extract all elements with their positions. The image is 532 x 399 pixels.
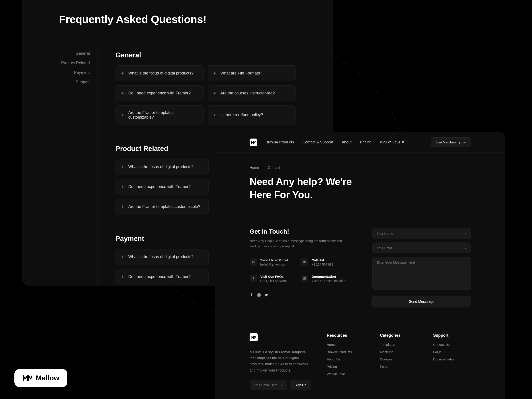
instagram-icon[interactable] <box>257 293 261 297</box>
faq-item-text: Are the Framer templates customizable? <box>128 110 198 120</box>
plus-icon: + <box>121 70 124 76</box>
faq-item-text: Do I need experience with Framer? <box>128 91 191 95</box>
faq-item[interactable]: +Do I need experience with Framer? <box>115 85 204 101</box>
footer-col-title: Resources <box>327 333 364 338</box>
footer-link[interactable]: About Us <box>327 357 364 361</box>
plus-icon: + <box>213 112 216 118</box>
email-input[interactable]: Your Email ▸ <box>372 242 471 253</box>
nav-browse[interactable]: Browse Products <box>266 140 294 145</box>
logo-icon <box>251 141 256 144</box>
name-input[interactable]: Your Name ▸ <box>372 228 471 239</box>
faq-item[interactable]: +Do I need experience with Framer? <box>115 269 209 285</box>
arrow-right-icon: → <box>463 140 466 144</box>
question-icon: ? <box>250 275 257 282</box>
hero-title: Need Any help? We'reHere For You. <box>250 175 471 201</box>
nav-contact[interactable]: Contact & Support <box>303 140 333 145</box>
footer-desc: Mellow is a stylish Framer Template that… <box>250 349 311 373</box>
faq-sidebar-general[interactable]: General <box>40 51 90 56</box>
socials <box>250 293 348 297</box>
faq-sidebar-support[interactable]: Support <box>40 80 90 84</box>
footer-email-placeholder: Your Email Here <box>253 383 278 387</box>
footer-link[interactable]: Fonts <box>380 365 418 368</box>
phone-icon: ✆ <box>301 258 308 266</box>
signup-button[interactable]: Sign Up <box>290 380 311 390</box>
contact-item-title: Call Us! <box>312 258 333 262</box>
nav-wall[interactable]: Wall of Love♥ <box>380 140 404 145</box>
send-button[interactable]: Send Messsage <box>372 296 471 307</box>
contact-screen: Browse Products Contact & Support About … <box>215 132 505 399</box>
faq-item[interactable]: +What are File Formats? <box>208 65 296 81</box>
footer-link[interactable]: Home <box>327 343 364 347</box>
join-button[interactable]: Join Membership→ <box>431 137 471 147</box>
mail-icon: ✉ <box>250 258 257 266</box>
footer-link[interactable]: Courses <box>380 357 418 361</box>
footer-link[interactable]: Pricing <box>327 365 364 368</box>
email-placeholder: Your Email <box>377 246 393 250</box>
faq-item[interactable]: +Is there a refund policy? <box>208 105 296 125</box>
mellow-logo-icon <box>22 375 32 381</box>
input-badge-icon: ▸ <box>465 246 467 250</box>
faq-item[interactable]: +Do I need experience with Framer? <box>115 179 209 195</box>
footer-link[interactable]: FAQs <box>433 350 471 354</box>
message-textarea[interactable]: Enter Your Message here! ⋰ <box>372 257 471 290</box>
footer-link[interactable]: Browse Products <box>327 350 364 354</box>
faq-item-text: What are File Formats? <box>220 71 262 76</box>
form-desc: Need Any Help? Send us a message using t… <box>250 238 348 249</box>
faq-item-text: What is the focus of digital products? <box>128 71 194 76</box>
contact-phone[interactable]: ✆ Call Us! +1 234 567 888 <box>301 258 348 266</box>
plus-icon: + <box>121 184 124 190</box>
contact-docs[interactable]: ▤ Documentation Visit Our Documentation! <box>301 275 348 283</box>
contact-item-sub: +1 234 567 888 <box>312 263 333 266</box>
faq-sidebar-product[interactable]: Product Related <box>40 61 90 65</box>
contact-email[interactable]: ✉ Send Us an Email hello@framerit.com <box>250 258 297 266</box>
nav-pricing[interactable]: Pricing <box>360 140 372 145</box>
footer-email-input[interactable]: Your Email Here ▸ <box>250 380 287 390</box>
navbar: Browse Products Contact & Support About … <box>215 132 505 152</box>
plus-icon: + <box>121 254 124 260</box>
faq-item[interactable]: +Are the Framer templates customizable? <box>115 105 204 125</box>
logo-icon <box>251 336 256 339</box>
faq-title: Frequently Asked Questions! <box>59 13 296 27</box>
footer-link[interactable]: Documentation <box>433 357 471 361</box>
contact-item-title: Documentation <box>312 275 346 279</box>
hero: Home → Contact Need Any help? We'reHere … <box>215 152 505 217</box>
plus-icon: + <box>213 70 216 76</box>
join-label: Join Membership <box>436 140 461 144</box>
faq-sidebar-payment[interactable]: Payment <box>40 70 90 75</box>
breadcrumb-home[interactable]: Home <box>250 166 259 170</box>
footer-logo[interactable] <box>250 333 258 341</box>
form-left: Get In Touch! Need Any Help? Send us a m… <box>250 228 348 307</box>
contact-faq[interactable]: ? Visit Our FAQs Get Quick Answers! <box>250 275 297 283</box>
heart-icon: ♥ <box>402 140 404 145</box>
nav-wall-label: Wall of Love <box>380 140 400 145</box>
footer-signup: Your Email Here ▸ Sign Up <box>250 380 311 390</box>
footer-link[interactable]: Wall of Love <box>327 372 364 376</box>
contact-item-sub: hello@framerit.com <box>260 263 288 266</box>
plus-icon: + <box>213 90 216 96</box>
faq-item[interactable]: +What is the focus of digital products? <box>115 159 209 175</box>
mellow-badge[interactable]: Mellow <box>14 369 67 387</box>
faq-item[interactable]: +Are the Framer templates customizable? <box>115 199 209 215</box>
plus-icon: + <box>121 112 124 118</box>
faq-item-text: What is the focus of digital products? <box>128 254 194 259</box>
footer-link[interactable]: Contact Us <box>433 343 471 347</box>
chevron-right-icon: → <box>262 166 265 170</box>
logo[interactable] <box>250 139 257 146</box>
faq-item-text: Are the Framer templates customizable? <box>128 204 200 209</box>
facebook-icon[interactable] <box>250 293 253 297</box>
resize-handle-icon[interactable]: ⋰ <box>467 285 469 288</box>
faq-item[interactable]: +What is the focus of digital products? <box>115 65 204 81</box>
mellow-badge-text: Mellow <box>36 374 59 382</box>
form-title: Get In Touch! <box>250 228 348 235</box>
footer-link[interactable]: Mockups <box>380 350 418 354</box>
faq-item[interactable]: +What is the focus of digital products? <box>115 249 209 265</box>
footer: Mellow is a stylish Framer Template that… <box>215 322 505 390</box>
form-right: Your Name ▸ Your Email ▸ Enter Your Mess… <box>372 228 471 307</box>
footer-col-resources: Resources Home Browse Products About Us … <box>327 333 364 390</box>
twitter-icon[interactable] <box>265 293 268 297</box>
faq-item-text: Do I need experience with Framer? <box>128 274 191 279</box>
faq-item[interactable]: +Are the courses instructor-led? <box>208 85 296 101</box>
faq-item-text: Do I need experience with Framer? <box>128 184 191 189</box>
nav-about[interactable]: About <box>342 140 351 145</box>
footer-link[interactable]: Templates <box>380 343 418 347</box>
